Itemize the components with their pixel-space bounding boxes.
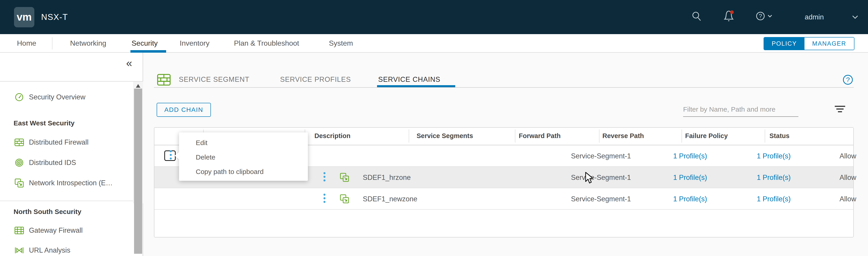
sidebar-item-label: Network Introspection (E…: [29, 179, 113, 187]
reverse-path-link[interactable]: 1 Profile(s): [757, 188, 791, 210]
help-menu-icon[interactable]: ?: [755, 11, 775, 22]
failure-policy-cell: Allow: [839, 188, 856, 210]
header-divider: [599, 129, 599, 142]
header-divider: [682, 129, 682, 142]
scrollbar-up-arrow-icon[interactable]: [136, 84, 141, 88]
service-chain-icon: [339, 194, 350, 204]
gateway-firewall-icon: [14, 225, 24, 236]
user-menu-chevron-icon[interactable]: [852, 15, 859, 20]
policy-mode-button[interactable]: POLICY: [764, 37, 804, 50]
notification-unread-dot: [730, 10, 734, 14]
col-header-forward-path: Forward Path: [519, 132, 561, 140]
tab-service-profiles[interactable]: SERVICE PROFILES: [280, 75, 351, 84]
mouse-cursor: [585, 172, 594, 185]
failure-policy-cell: Allow: [839, 145, 856, 167]
nsx-t-screen: vm NSX-T ? admin Home Networking Securit…: [0, 0, 868, 256]
add-chain-button[interactable]: ADD CHAIN: [157, 103, 211, 117]
sidebar-header-east-west: East West Security: [13, 119, 74, 127]
policy-manager-toggle: POLICY MANAGER: [764, 37, 855, 50]
page-help-icon[interactable]: ?: [842, 74, 854, 86]
col-header-description: Description: [314, 132, 350, 140]
table-row: SDEF1_newzone Service-Segment-1 1 Profil…: [154, 188, 853, 210]
manager-mode-button[interactable]: MANAGER: [804, 37, 854, 50]
nav-networking[interactable]: Networking: [70, 34, 106, 53]
menu-item-delete[interactable]: Delete: [179, 150, 308, 164]
product-title: NSX-T: [41, 0, 68, 34]
filter-input[interactable]: [683, 103, 798, 116]
search-icon[interactable]: [691, 11, 702, 22]
col-header-service-segments: Service Segments: [416, 132, 473, 140]
tab-service-chains[interactable]: SERVICE CHAINS: [378, 75, 440, 84]
chain-name: SDEF1_hrzone: [363, 167, 411, 188]
chain-name: SDEF1_newzone: [363, 188, 417, 210]
forward-path-link[interactable]: 1 Profile(s): [673, 188, 707, 210]
nav-inventory[interactable]: Inventory: [180, 34, 210, 53]
filter-field: [683, 103, 798, 117]
menu-item-edit[interactable]: Edit: [179, 135, 308, 150]
sidebar-scrollbar-thumb[interactable]: [134, 89, 142, 254]
forward-path-link[interactable]: 1 Profile(s): [673, 167, 707, 188]
main-nav: Home Networking Security Inventory Plan …: [0, 34, 868, 53]
service-chain-icon: [339, 172, 350, 183]
vmware-logo: vm: [14, 7, 34, 27]
forward-path-link[interactable]: 1 Profile(s): [673, 145, 707, 167]
nav-plan-troubleshoot[interactable]: Plan & Troubleshoot: [234, 34, 299, 53]
header-divider: [765, 129, 765, 142]
sidebar-header-north-south: North South Security: [13, 208, 81, 216]
row-actions-kebab-icon[interactable]: [323, 172, 326, 183]
menu-item-copy-path[interactable]: Copy path to clipboard: [179, 164, 308, 179]
introspection-icon: [14, 178, 24, 188]
nav-system[interactable]: System: [329, 34, 353, 53]
svg-text:?: ?: [846, 76, 850, 84]
col-header-reverse-path: Reverse Path: [602, 132, 644, 140]
row-actions-kebab-icon[interactable]: [323, 194, 326, 204]
col-header-failure-policy: Failure Policy: [685, 132, 728, 140]
filter-icon[interactable]: [835, 106, 845, 115]
service-segment-cell: Service-Segment-1: [571, 188, 631, 210]
service-segment-brick-icon: [157, 73, 171, 86]
col-header-status: Status: [770, 132, 789, 140]
notifications-bell-icon[interactable]: [723, 10, 736, 23]
kebab-icon: [169, 150, 172, 161]
header-divider: [515, 129, 515, 142]
service-segment-cell: Service-Segment-1: [571, 145, 631, 167]
sidebar-collapse-icon[interactable]: «: [126, 58, 132, 68]
reverse-path-link[interactable]: 1 Profile(s): [757, 145, 791, 167]
firewall-icon: [14, 137, 24, 148]
sidebar-section-divider: [0, 201, 133, 201]
sidebar-item-label: URL Analysis: [29, 246, 70, 254]
service-segment-cell: Service-Segment-1: [571, 167, 631, 188]
topbar: vm NSX-T ? admin: [0, 0, 868, 34]
sidebar-item-label: Distributed IDS: [29, 159, 76, 167]
context-menu-caret: [175, 152, 179, 160]
gauge-icon: [14, 92, 24, 102]
sidebar-item-label: Gateway Firewall: [29, 226, 83, 234]
sidebar-header-divider: [0, 81, 143, 82]
url-analysis-icon: [14, 245, 24, 256]
svg-text:?: ?: [759, 13, 762, 20]
sidebar-item-label: Distributed Firewall: [29, 138, 89, 147]
nav-home[interactable]: Home: [17, 34, 36, 53]
sidebar-item-label: Security Overview: [29, 93, 86, 101]
nav-divider: [52, 37, 53, 50]
tab-row-divider: [154, 87, 854, 88]
header-divider: [409, 129, 409, 142]
row-context-menu: Edit Delete Copy path to clipboard: [179, 132, 308, 181]
reverse-path-link[interactable]: 1 Profile(s): [757, 167, 791, 188]
row-actions-kebab-focused[interactable]: [164, 151, 176, 161]
active-nav-underline: [130, 50, 166, 53]
nav-security[interactable]: Security: [131, 34, 158, 53]
tab-service-segment[interactable]: SERVICE SEGMENT: [179, 75, 249, 84]
ids-target-icon: [14, 158, 24, 168]
failure-policy-cell: Allow: [839, 167, 856, 188]
user-menu[interactable]: admin: [805, 0, 824, 34]
